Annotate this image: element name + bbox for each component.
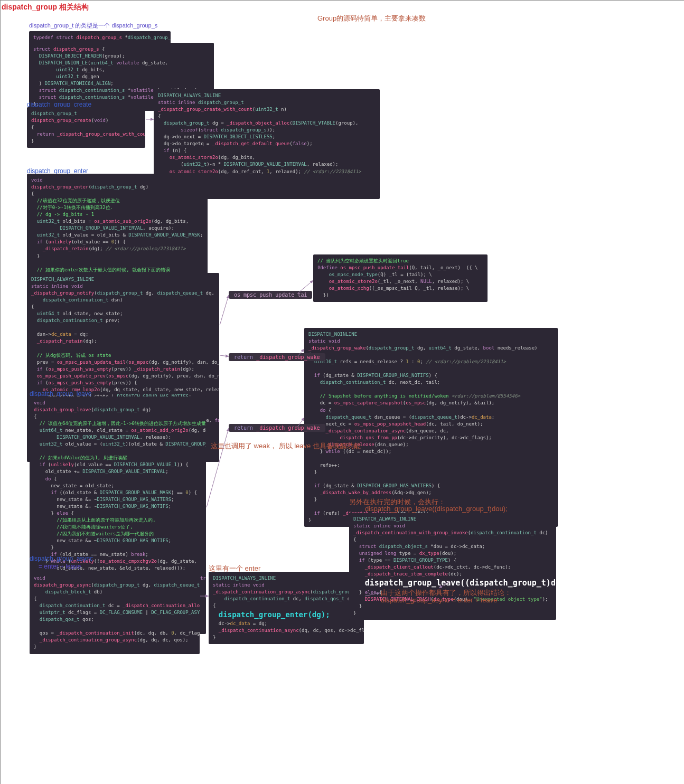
svg-line-0 [220,295,229,325]
label-async: dispatch_group_async [30,555,93,562]
pill-push-tail: os_mpsc_push_update_tai [229,291,312,299]
main-title: dispatch_group 相关结构 [2,3,89,12]
code-cont-async: DISPATCH_ALWAYS_INLINE static inline voi… [209,572,364,644]
code-async: void dispatch_group_async(dispatch_group… [30,572,200,654]
label-async-sub: = enter + leave [39,563,81,570]
note-weak: 这里也调用了 weak， 所以 leave 也具备唤醒功能 [211,441,361,451]
svg-line-2 [220,355,229,356]
code-create: dispatch_group_t dispatch_group_create(v… [27,107,145,148]
diagram-canvas: dispatch_group 相关结构 Group的源码特简单，主要拿来凑数 d… [0,0,684,784]
pill-wake-1: return _dispatch_group_wake [229,353,325,361]
code-push-tail: // 当队列为空时必须设置桩头时返回true #define os_mpsc_p… [313,254,488,302]
note-exec2: dispatch_group_leave((dispatch_group_t)d… [365,505,508,513]
pill-wake-2: return _dispatch_group_wake [229,424,325,432]
note-conclusion2: dispatch_group_async = enter + leave [381,596,497,604]
type-note: dispatch_group_t 的类型是一个 dispatch_group_s [29,22,157,30]
summary-note: Group的源码特简单，主要拿来凑数 [317,14,426,23]
